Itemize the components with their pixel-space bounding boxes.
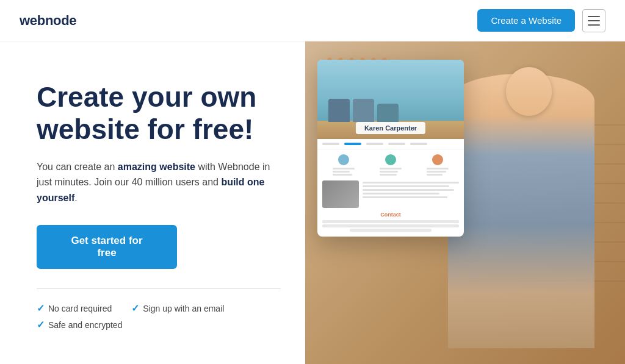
hamburger-line	[588, 16, 600, 17]
woman-head	[506, 67, 552, 116]
preview-text-lines	[380, 168, 402, 176]
hero-title: Create your own website for free!	[37, 81, 281, 146]
hamburger-line	[588, 24, 600, 26]
hamburger-menu-button[interactable]	[582, 9, 605, 32]
preview-content: Contact	[317, 149, 464, 237]
website-preview-card: Karen Carpenter	[317, 60, 464, 237]
preview-icon	[385, 154, 396, 165]
feature-label: Sign up with an email	[143, 304, 224, 313]
woman-figure	[448, 74, 594, 348]
feature-no-card: ✓ No card required	[37, 302, 112, 314]
preview-icon-block	[333, 154, 355, 176]
preview-form-fields	[322, 220, 459, 232]
preview-text-lines	[333, 168, 355, 176]
preview-nav-dot	[366, 143, 383, 145]
hero-description: You can create an amazing website with W…	[37, 159, 281, 206]
preview-thumbnail	[322, 180, 359, 208]
preview-nav-dot	[410, 143, 427, 145]
preview-icon	[338, 154, 349, 165]
preview-header-image: Karen Carpenter	[317, 60, 464, 139]
preview-nav-dot-active	[344, 143, 361, 145]
check-icon: ✓	[37, 319, 45, 330]
preview-contact-label: Contact	[322, 212, 459, 218]
preview-text-lines	[427, 168, 449, 176]
preview-icon-block	[380, 154, 402, 176]
divider	[37, 288, 281, 289]
preview-nav	[317, 139, 464, 149]
create-website-button[interactable]: Create a Website	[477, 9, 575, 32]
preview-icons-row	[322, 154, 459, 176]
features-list: ✓ No card required ✓ Sign up with an ema…	[37, 302, 281, 330]
preview-name-badge: Karen Carpenter	[356, 122, 425, 134]
preview-nav-dot	[322, 143, 339, 145]
logo: webnode	[20, 13, 76, 29]
feature-safe: ✓ Safe and encrypted	[37, 319, 122, 330]
preview-icon	[432, 154, 443, 165]
check-icon: ✓	[131, 302, 139, 314]
hamburger-line	[588, 20, 600, 21]
check-icon: ✓	[37, 302, 45, 314]
get-started-button[interactable]: Get started for free	[37, 225, 177, 269]
feature-label: Safe and encrypted	[48, 320, 122, 330]
preview-icon-block	[427, 154, 449, 176]
feature-signup-email: ✓ Sign up with an email	[131, 302, 224, 314]
preview-nav-dot	[388, 143, 405, 145]
preview-text-block	[363, 180, 459, 208]
feature-label: No card required	[48, 304, 112, 313]
preview-cols	[322, 180, 459, 208]
hero-image-panel: Karen Carpenter	[305, 41, 625, 364]
